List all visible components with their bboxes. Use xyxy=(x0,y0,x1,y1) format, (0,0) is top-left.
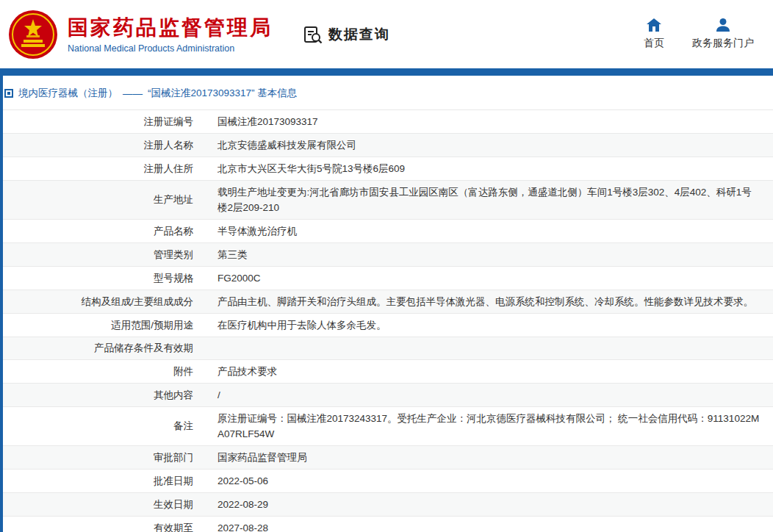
table-row: 产品名称半导体激光治疗机 xyxy=(3,220,773,243)
main-content: 境内医疗器械（注册） —— “国械注准20173093317” 基本信息 注册证… xyxy=(0,76,773,532)
nav-home[interactable]: 首页 xyxy=(644,18,664,50)
row-label: 产品名称 xyxy=(3,220,208,242)
breadcrumb-bullet-icon xyxy=(4,89,13,98)
row-label: 注册人名称 xyxy=(3,134,208,157)
table-row: 注册人名称北京安德盛威科技发展有限公司 xyxy=(3,134,773,157)
row-value: 北京安德盛威科技发展有限公司 xyxy=(208,134,773,157)
row-label: 有效期至 xyxy=(3,517,208,532)
row-value: FG2000C xyxy=(208,267,773,290)
table-row: 注册证编号国械注准20173093317 xyxy=(3,110,773,134)
row-label: 注册证编号 xyxy=(3,110,208,133)
table-row: 结构及组成/主要组成成分产品由主机、脚踏开关和治疗头组成。主要包括半导体激光器、… xyxy=(3,290,773,314)
table-row: 产品储存条件及有效期 xyxy=(3,337,773,360)
table-row: 适用范围/预期用途在医疗机构中用于去除人体多余毛发。 xyxy=(3,314,773,337)
table-row: 型号规格FG2000C xyxy=(3,267,773,290)
row-value: 国家药品监督管理局 xyxy=(208,446,773,469)
page-title: “国械注准20173093317” 基本信息 xyxy=(148,87,297,100)
row-value: 产品由主机、脚踏开关和治疗头组成。主要包括半导体激光器、电源系统和控制系统、冷却… xyxy=(208,290,773,313)
row-value: 原注册证编号：国械注准20173243317。受托生产企业：河北京德医疗器械科技… xyxy=(208,407,773,445)
row-value xyxy=(208,337,773,359)
org-name-cn: 国家药品监督管理局 xyxy=(68,15,273,40)
row-value: / xyxy=(208,384,773,406)
national-emblem-icon xyxy=(7,9,59,60)
row-label: 型号规格 xyxy=(3,267,208,290)
table-row: 有效期至2027-08-28 xyxy=(3,517,773,532)
nav-home-label: 首页 xyxy=(644,37,664,50)
info-table: 注册证编号国械注准20173093317注册人名称北京安德盛威科技发展有限公司注… xyxy=(3,109,773,532)
table-row: 注册人住所北京市大兴区天华大街5号院13号楼6层609 xyxy=(3,157,773,181)
row-label: 其他内容 xyxy=(3,384,208,406)
doc-magnifier-icon xyxy=(303,25,323,44)
row-label: 产品储存条件及有效期 xyxy=(3,337,208,359)
row-label: 备注 xyxy=(3,407,208,445)
breadcrumb: 境内医疗器械（注册） —— “国械注准20173093317” 基本信息 xyxy=(3,76,773,109)
row-label: 注册人住所 xyxy=(3,157,208,180)
row-value: 北京市大兴区天华大街5号院13号楼6层609 xyxy=(208,157,773,180)
header-nav: 首页 政务服务门户 xyxy=(644,18,754,50)
table-row: 生产地址载明生产地址变更为:河北省廊坊市固安县工业园区南区（富达路东侧，通盛道北… xyxy=(3,181,773,220)
table-row: 审批部门国家药品监督管理局 xyxy=(3,446,773,470)
home-icon xyxy=(647,18,661,32)
row-label: 管理类别 xyxy=(3,243,208,266)
table-row: 生效日期2022-08-29 xyxy=(3,493,773,517)
table-row: 批准日期2022-05-06 xyxy=(3,470,773,493)
table-row: 其他内容/ xyxy=(3,384,773,407)
breadcrumb-separator: —— xyxy=(123,88,143,99)
row-label: 生效日期 xyxy=(3,493,208,516)
nav-portal-label: 政务服务门户 xyxy=(692,37,754,50)
row-value: 产品技术要求 xyxy=(208,360,773,383)
nav-portal[interactable]: 政务服务门户 xyxy=(692,18,754,50)
org-title-block: 国家药品监督管理局 National Medical Products Admi… xyxy=(68,15,273,54)
row-value: 载明生产地址变更为:河北省廊坊市固安县工业园区南区（富达路东侧，通盛道北侧）车间… xyxy=(208,181,773,219)
row-value: 第三类 xyxy=(208,243,773,266)
row-value: 2022-05-06 xyxy=(208,470,773,492)
row-label: 批准日期 xyxy=(3,470,208,492)
breadcrumb-category[interactable]: 境内医疗器械（注册） xyxy=(18,87,118,100)
row-label: 审批部门 xyxy=(3,446,208,469)
row-label: 适用范围/预期用途 xyxy=(3,314,208,337)
table-row: 附件产品技术要求 xyxy=(3,360,773,384)
data-query-section[interactable]: 数据查询 xyxy=(303,25,390,44)
row-value: 在医疗机构中用于去除人体多余毛发。 xyxy=(208,314,773,337)
org-name-en: National Medical Products Administration xyxy=(68,43,273,54)
row-label: 附件 xyxy=(3,360,208,383)
row-value: 2027-08-28 xyxy=(208,517,773,532)
row-value: 2022-08-29 xyxy=(208,493,773,516)
row-label: 结构及组成/主要组成成分 xyxy=(3,290,208,313)
header-divider-bar xyxy=(0,68,773,76)
table-row: 备注原注册证编号：国械注准20173243317。受托生产企业：河北京德医疗器械… xyxy=(3,407,773,446)
row-value: 国械注准20173093317 xyxy=(208,110,773,133)
data-query-label: 数据查询 xyxy=(328,25,390,44)
table-row: 管理类别第三类 xyxy=(3,243,773,267)
user-icon xyxy=(716,18,730,32)
row-label: 生产地址 xyxy=(3,181,208,219)
row-value: 半导体激光治疗机 xyxy=(208,220,773,242)
site-header: 国家药品监督管理局 National Medical Products Admi… xyxy=(0,0,773,68)
